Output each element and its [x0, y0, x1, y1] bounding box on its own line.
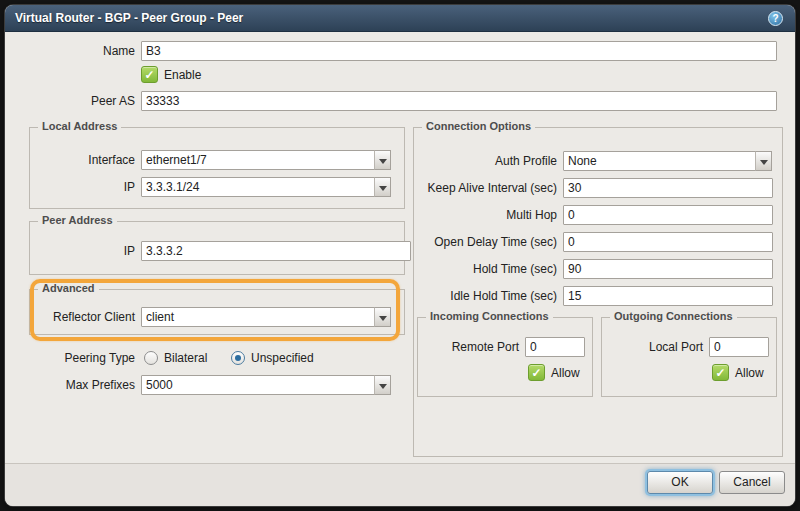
- max-prefixes-dropdown-button[interactable]: [374, 375, 391, 395]
- outgoing-allow-checkbox[interactable]: ✓: [712, 364, 729, 381]
- cancel-button[interactable]: Cancel: [719, 471, 785, 494]
- keep-alive-label: Keep Alive Interval (sec): [413, 178, 557, 198]
- idle-hold-label: Idle Hold Time (sec): [413, 286, 557, 306]
- incoming-connections-group: Incoming Connections: [417, 317, 593, 397]
- dialog-title: Virtual Router - BGP - Peer Group - Peer: [15, 5, 243, 32]
- check-icon: ✓: [144, 68, 154, 82]
- local-port-label: Local Port: [601, 337, 703, 357]
- enable-checkbox[interactable]: ✓: [141, 66, 158, 83]
- multi-hop-input[interactable]: [563, 205, 773, 225]
- peer-ip-input[interactable]: [141, 241, 411, 261]
- auth-profile-dropdown-button[interactable]: [755, 151, 772, 171]
- peering-type-bilateral-radio[interactable]: [144, 351, 158, 365]
- remote-port-label: Remote Port: [417, 337, 519, 357]
- max-prefixes-label: Max Prefixes: [5, 375, 135, 395]
- outgoing-connections-legend: Outgoing Connections: [610, 310, 737, 322]
- name-input[interactable]: [141, 41, 777, 61]
- peering-type-label: Peering Type: [5, 348, 135, 368]
- remote-port-input[interactable]: [525, 337, 585, 357]
- connection-options-legend: Connection Options: [422, 120, 535, 132]
- max-prefixes-input[interactable]: [141, 375, 375, 395]
- outgoing-connections-group: Outgoing Connections: [601, 317, 777, 397]
- reflector-client-label: Reflector Client: [5, 307, 135, 327]
- local-ip-input[interactable]: [141, 177, 375, 197]
- peering-type-bilateral-label[interactable]: Bilateral: [164, 350, 207, 366]
- enable-label[interactable]: Enable: [164, 67, 201, 84]
- local-ip-dropdown-button[interactable]: [374, 177, 391, 197]
- hold-time-label: Hold Time (sec): [413, 259, 557, 279]
- interface-input[interactable]: [141, 150, 375, 170]
- peer-as-label: Peer AS: [5, 91, 135, 111]
- peer-address-legend: Peer Address: [38, 214, 117, 226]
- peer-as-input[interactable]: [141, 91, 777, 111]
- peering-type-unspecified-radio[interactable]: [231, 351, 245, 365]
- keep-alive-input[interactable]: [563, 178, 773, 198]
- idle-hold-input[interactable]: [563, 286, 773, 306]
- outgoing-allow-label[interactable]: Allow: [735, 365, 764, 382]
- reflector-client-dropdown-button[interactable]: [374, 307, 391, 327]
- check-icon: ✓: [715, 366, 725, 380]
- auth-profile-label: Auth Profile: [413, 151, 557, 171]
- interface-dropdown-button[interactable]: [374, 150, 391, 170]
- local-port-input[interactable]: [709, 337, 769, 357]
- interface-label: Interface: [5, 150, 135, 170]
- peer-dialog: Virtual Router - BGP - Peer Group - Peer…: [5, 5, 795, 506]
- incoming-allow-checkbox[interactable]: ✓: [528, 364, 545, 381]
- open-delay-input[interactable]: [563, 232, 773, 252]
- title-bar: Virtual Router - BGP - Peer Group - Peer…: [5, 5, 795, 32]
- local-address-legend: Local Address: [38, 120, 121, 132]
- auth-profile-input[interactable]: [563, 151, 756, 171]
- help-icon[interactable]: ?: [768, 11, 783, 26]
- incoming-allow-label[interactable]: Allow: [551, 365, 580, 382]
- name-label: Name: [5, 41, 135, 61]
- multi-hop-label: Multi Hop: [413, 205, 557, 225]
- open-delay-label: Open Delay Time (sec): [413, 232, 557, 252]
- peering-type-unspecified-label[interactable]: Unspecified: [251, 350, 314, 366]
- check-icon: ✓: [531, 366, 541, 380]
- reflector-client-input[interactable]: [141, 307, 375, 327]
- advanced-legend: Advanced: [38, 282, 99, 294]
- peer-ip-label: IP: [5, 241, 135, 261]
- incoming-connections-legend: Incoming Connections: [426, 310, 553, 322]
- ok-button[interactable]: OK: [647, 471, 713, 494]
- local-ip-label: IP: [5, 177, 135, 197]
- hold-time-input[interactable]: [563, 259, 773, 279]
